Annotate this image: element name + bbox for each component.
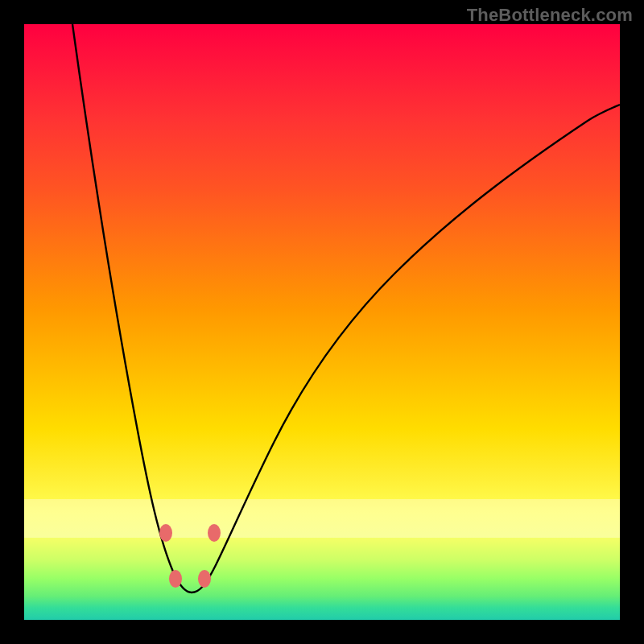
bottleneck-curve xyxy=(72,24,620,592)
curve-marker xyxy=(159,524,172,542)
curve-marker xyxy=(208,524,221,542)
curve-marker xyxy=(169,570,182,588)
watermark-text: TheBottleneck.com xyxy=(467,5,633,26)
chart-plot-area xyxy=(24,24,620,620)
curve-marker xyxy=(198,570,211,588)
chart-svg xyxy=(24,24,620,620)
